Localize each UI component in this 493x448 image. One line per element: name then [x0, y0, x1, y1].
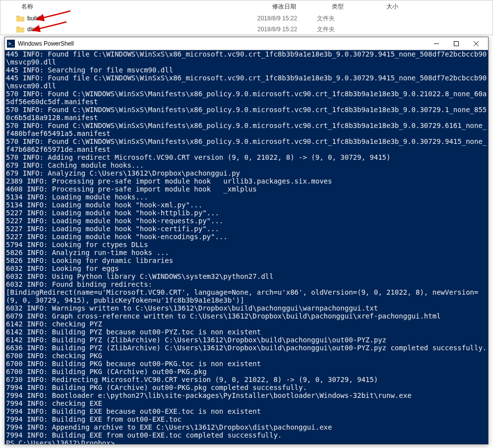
terminal-line: 5227 INFO: Loading module hook "hook-enc…: [6, 233, 487, 241]
terminal-line: 7994 INFO: Building EXE because out00-EX…: [6, 407, 487, 415]
terminal-line: 6032 INFO: Warnings written to C:\Users\…: [6, 304, 487, 312]
terminal-line: 5794 INFO: Looking for ctypes DLLs: [6, 241, 487, 249]
terminal-line: 6032 INFO: Found binding redirects:: [6, 280, 487, 288]
terminal-line: 7994 INFO: Building PKG (CArchive) out00…: [6, 384, 487, 391]
maximize-button[interactable]: [446, 39, 466, 49]
terminal-line: 445 INFO: Found file C:\WINDOWS\WinSxS\x…: [6, 74, 487, 90]
folder-row-build[interactable]: build 2018/8/9 15:22 文件夹: [0, 13, 493, 24]
terminal-line: 4608 INFO: Processing pre-safe import mo…: [6, 185, 487, 193]
svg-rect-1: [454, 41, 459, 46]
terminal-line: 7994 INFO: checking EXE: [6, 399, 487, 407]
terminal-output[interactable]: 445 INFO: Found file C:\WINDOWS\WinSxS\x…: [5, 50, 488, 444]
folder-icon: [16, 26, 24, 33]
terminal-line: 6142 INFO: Building PYZ (ZlibArchive) C:…: [6, 336, 487, 344]
col-header-type[interactable]: 类型: [332, 2, 386, 11]
folder-icon: [16, 15, 24, 22]
terminal-line: 7994 INFO: Bootloader e:\python27\lib\si…: [6, 391, 487, 399]
terminal-line: 7994 INFO: Appending archive to EXE C:\U…: [6, 423, 487, 431]
terminal-line: 570 INFO: Found C:\WINDOWS\WinSxS\Manife…: [6, 122, 487, 137]
terminal-line: [BindingRedirect(name=u'Microsoft.VC90.C…: [6, 288, 487, 304]
titlebar[interactable]: >_ Windows PowerShell: [5, 37, 488, 50]
terminal-line: 6079 INFO: Graph cross-reference written…: [6, 312, 487, 320]
terminal-line: 5134 INFO: Loading module hooks...: [6, 193, 487, 201]
terminal-line: 6032 INFO: Using Python library C:\WINDO…: [6, 272, 487, 280]
terminal-line: 5134 INFO: Loading module hook "hook-xml…: [6, 201, 487, 209]
terminal-line: 7994 INFO: Building EXE from out00-EXE.t…: [6, 431, 487, 439]
terminal-line: 6142 INFO: Building PYZ because out00-PY…: [6, 328, 487, 336]
terminal-line: 6142 INFO: checking PYZ: [6, 320, 487, 328]
terminal-line: 5826 INFO: Analyzing run-time hooks ...: [6, 249, 487, 256]
terminal-line: 570 INFO: Found C:\WINDOWS\WinSxS\Manife…: [6, 90, 487, 106]
terminal-line: 2389 INFO: Processing pre-safe import mo…: [6, 177, 487, 185]
terminal-line: 6700 INFO: Building PKG (CArchive) out00…: [6, 368, 487, 376]
terminal-line: 5227 INFO: Loading module hook "hook-cer…: [6, 225, 487, 233]
terminal-line: 5227 INFO: Loading module hook "hook-htt…: [6, 209, 487, 217]
file-explorer: 名称 修改日期 类型 大小 build 2018/8/9 15:22 文件夹 d…: [0, 0, 493, 35]
window-title: Windows PowerShell: [18, 40, 427, 47]
close-button[interactable]: [466, 39, 486, 49]
terminal-line: 445 INFO: Found file C:\WINDOWS\WinSxS\x…: [6, 50, 487, 66]
folder-date: 2018/8/9 15:22: [257, 26, 317, 33]
terminal-line: 570 INFO: Adding redirect Microsoft.VC90…: [6, 153, 487, 161]
powershell-icon: >_: [7, 40, 15, 48]
powershell-window: >_ Windows PowerShell 445 INFO: Found fi…: [4, 37, 489, 445]
folder-date: 2018/8/9 15:22: [257, 15, 317, 22]
terminal-line: 6730 INFO: Redirecting Microsoft.VC90.CR…: [6, 376, 487, 384]
folder-row-dist[interactable]: dist 2018/8/9 15:22 文件夹: [0, 24, 493, 35]
terminal-line: 679 INFO: Analyzing C:\Users\13612\Dropb…: [6, 169, 487, 177]
col-header-date[interactable]: 修改日期: [272, 2, 332, 11]
minimize-button[interactable]: [427, 39, 446, 49]
folder-type: 文件夹: [317, 14, 371, 23]
terminal-line: 6636 INFO: Building PYZ (ZlibArchive) C:…: [6, 344, 487, 352]
terminal-line: 570 INFO: Found C:\WINDOWS\WinSxS\Manife…: [6, 137, 487, 153]
explorer-column-headers: 名称 修改日期 类型 大小: [0, 0, 493, 13]
col-header-name[interactable]: 名称: [4, 2, 272, 11]
terminal-line: 5826 INFO: Looking for dynamic libraries: [6, 256, 487, 264]
col-header-size[interactable]: 大小: [386, 2, 426, 11]
terminal-line: 7994 INFO: Building EXE from out00-EXE.t…: [6, 415, 487, 423]
terminal-prompt: PS C:\Users\13612\Dropbox>: [6, 439, 487, 444]
folder-name: build: [27, 15, 40, 22]
terminal-line: 6032 INFO: Looking for eggs: [6, 264, 487, 272]
terminal-line: 445 INFO: Searching for file msvcm90.dll: [6, 66, 487, 74]
terminal-line: 6700 INFO: checking PKG: [6, 352, 487, 360]
folder-type: 文件夹: [317, 25, 371, 34]
terminal-line: 679 INFO: Caching module hooks...: [6, 161, 487, 169]
terminal-line: 5227 INFO: Loading module hook "hook-req…: [6, 217, 487, 225]
folder-name: dist: [27, 26, 37, 33]
terminal-line: 6700 INFO: Building PKG because out00-PK…: [6, 360, 487, 368]
terminal-line: 570 INFO: Found C:\WINDOWS\WinSxS\Manife…: [6, 106, 487, 122]
